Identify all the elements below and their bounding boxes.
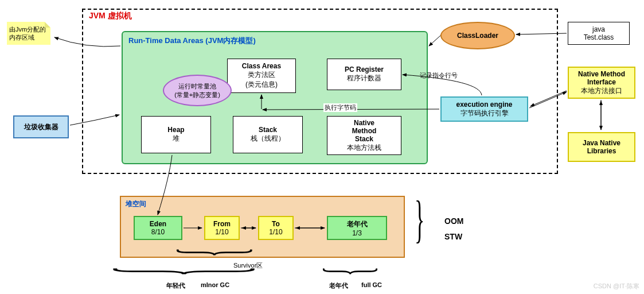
gc-collector-box: 垃圾收集器 [13, 115, 69, 138]
oom-text: OOM [444, 216, 463, 226]
nstack-l2: Method [352, 127, 377, 135]
from-l1: From [213, 220, 231, 228]
brace-young: } [97, 266, 292, 276]
jvm-title: JVM 虚拟机 [89, 11, 132, 21]
gc-text: 垃圾收集器 [24, 122, 58, 132]
young-l2: mInor GC [201, 281, 229, 288]
eden-l1: Eden [150, 220, 166, 228]
exec-l1: execution engine [456, 100, 512, 109]
heap-l2: 堆 [173, 134, 179, 144]
heap-l1: Heap [167, 126, 184, 134]
eden-box: Eden 8/10 [134, 216, 182, 240]
note-jvm-memory: 由Jvm分配的内存区域 [7, 22, 50, 45]
nlib-l2: Libraries [587, 147, 616, 155]
exec-l2: 字节码执行引擎 [460, 109, 509, 118]
note-text: 由Jvm分配的内存区域 [9, 26, 46, 41]
native-lib-box: Java Native Libraries [568, 132, 635, 162]
oldgc-l2: full GC [361, 281, 382, 288]
oldgen-box: 老年代 1/3 [327, 216, 387, 240]
native-stack-box: Native Method Stack 本地方法栈 [327, 116, 401, 155]
runtime-pool: 运行时常量池 (常量+静态变量) [163, 75, 232, 106]
to-l2: 1/10 [269, 228, 282, 236]
heap-box: Heap 堆 [141, 116, 211, 153]
label-record-line: 记录指令行号 [420, 71, 458, 80]
to-box: To 1/10 [258, 216, 294, 240]
class-areas-l1: Class Areas [242, 62, 281, 70]
stack-box: Stack 栈（线程） [233, 116, 303, 153]
nif-l1: Native Method [578, 70, 625, 78]
brace-old: } [317, 266, 392, 276]
pool-l2: (常量+静态变量) [174, 91, 220, 99]
pc-register-box: PC Register 程序计数器 [327, 59, 401, 90]
class-areas-l3: (类元信息) [245, 80, 278, 90]
exec-engine-box: execution engine 字节码执行引擎 [440, 96, 528, 122]
classloader-text: ClassLoader [457, 32, 498, 40]
from-l2: 1/10 [215, 228, 228, 236]
jc-l2: Test.class [584, 33, 614, 41]
nstack-l3: Stack [355, 135, 373, 143]
class-areas-box: Class Areas 类方法区 (类元信息) [227, 59, 296, 93]
watermark: CSDN @IT·陈寒 [594, 282, 639, 291]
rtda-title: Run-Time Data Areas (JVM内存模型) [128, 36, 256, 46]
young-l1: 年轻代 [166, 281, 185, 290]
pc-l2: 程序计数器 [347, 74, 381, 83]
old-l1: 老年代 [347, 219, 368, 229]
nstack-l1: Native [354, 119, 374, 127]
jc-l1: java [592, 25, 605, 33]
stack-l2: 栈（线程） [251, 134, 285, 144]
pool-l1: 运行时常量池 [178, 82, 216, 91]
brace-oom: } [415, 189, 424, 249]
pc-l1: PC Register [345, 65, 384, 74]
heap-space-title: 堆空间 [126, 199, 146, 209]
old-l2: 1/3 [352, 229, 362, 237]
oldgc-l1: 老年代 [329, 281, 348, 290]
nif-l3: 本地方法接口 [581, 86, 622, 96]
from-box: From 1/10 [204, 216, 240, 240]
stw-text: STW [444, 232, 462, 241]
to-l1: To [272, 220, 280, 228]
eden-l2: 8/10 [151, 228, 165, 236]
stack-l1: Stack [259, 126, 277, 134]
native-interface-box: Native Method Interface 本地方法接口 [568, 67, 635, 99]
class-areas-l2: 类方法区 [248, 70, 275, 80]
label-exec-byte: 执行字节码 [323, 103, 357, 112]
nif-l2: Interface [587, 78, 616, 86]
nstack-l4: 本地方法栈 [347, 143, 381, 153]
classloader: ClassLoader [440, 22, 515, 49]
brace-survivor: } [168, 247, 272, 257]
nlib-l1: Java Native [583, 139, 620, 147]
java-class-box: java Test.class [568, 22, 630, 45]
